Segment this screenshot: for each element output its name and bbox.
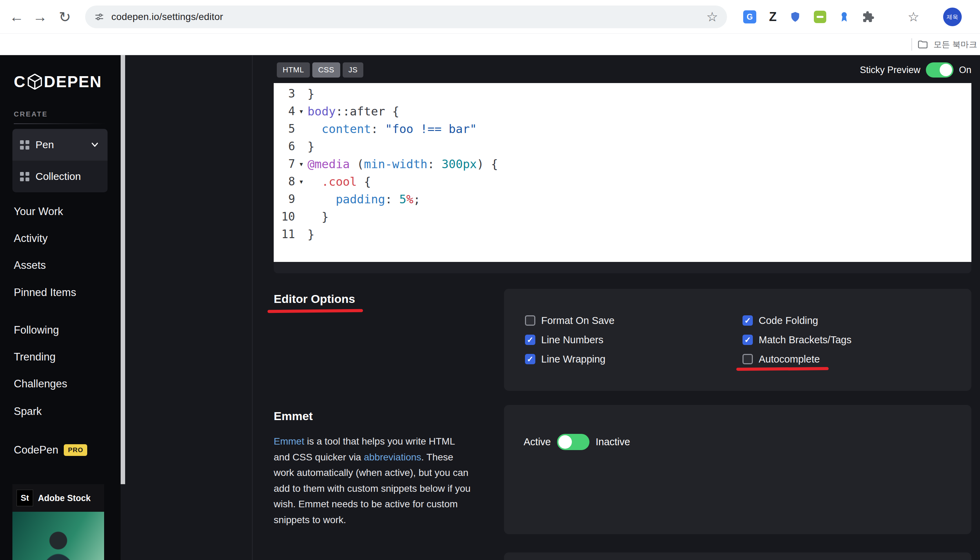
checkbox-label: Line Numbers xyxy=(541,334,603,346)
sticky-preview-state: On xyxy=(959,65,972,75)
editor-panel-footer xyxy=(274,262,972,273)
code-line: 11} xyxy=(274,225,972,243)
tab-css[interactable]: CSS xyxy=(312,62,340,78)
emmet-active-label: Active xyxy=(523,436,551,448)
profile-avatar[interactable]: 제욱 xyxy=(943,8,962,26)
reload-icon[interactable]: ↻ xyxy=(55,0,75,34)
create-collection-button[interactable]: Collection xyxy=(12,161,108,192)
code-content: 2 background: #eee; 3} 4▾body::after { 5… xyxy=(274,83,972,243)
css-code-editor[interactable]: 2 background: #eee; 3} 4▾body::after { 5… xyxy=(274,83,972,262)
next-settings-panel-edge xyxy=(504,552,972,560)
checkbox-box-icon[interactable] xyxy=(525,354,535,364)
collection-grid-icon xyxy=(20,172,29,181)
line-number: 10 xyxy=(274,210,295,223)
line-number: 8 xyxy=(274,175,295,188)
red-underline-annotation-editor-options xyxy=(267,309,363,313)
checkbox-line-wrapping[interactable]: Line Wrapping xyxy=(525,352,615,366)
code-line: 6} xyxy=(274,138,972,155)
abbreviations-link[interactable]: abbreviations xyxy=(364,452,421,462)
checkbox-match-brackets[interactable]: Match Brackets/Tags xyxy=(742,333,852,347)
shield-extension-icon[interactable] xyxy=(789,11,801,23)
toggle-knob xyxy=(558,435,572,449)
options-column-left: Format On Save Line Numbers Line Wrappin… xyxy=(525,313,615,366)
line-number: 11 xyxy=(274,227,295,241)
ribbon-extension-icon[interactable] xyxy=(839,11,849,23)
bookmarks-bar: 모든 북마크 xyxy=(0,34,980,55)
emmet-toggle[interactable] xyxy=(557,434,590,450)
checkbox-box-icon[interactable] xyxy=(525,315,535,326)
site-settings-icon[interactable] xyxy=(94,12,105,22)
checkbox-box-icon[interactable] xyxy=(525,335,535,345)
sidebar-item-your-work[interactable]: Your Work xyxy=(14,205,63,218)
sticky-preview-control: Sticky Preview On xyxy=(860,62,972,78)
fold-arrow-icon[interactable]: ▾ xyxy=(295,107,307,116)
editor-options-panel: Format On Save Line Numbers Line Wrappin… xyxy=(504,289,972,391)
emmet-inactive-label: Inactive xyxy=(596,436,630,448)
sidebar-item-assets[interactable]: Assets xyxy=(14,259,46,272)
sidebar-item-following[interactable]: Following xyxy=(14,324,59,336)
fold-arrow-icon[interactable]: ▾ xyxy=(295,159,307,169)
create-menu: Pen Collection xyxy=(12,129,108,192)
logo-text-suffix: DEPEN xyxy=(44,72,102,91)
checkbox-box-icon[interactable] xyxy=(742,354,753,364)
tab-js[interactable]: JS xyxy=(343,62,364,78)
checkbox-format-on-save[interactable]: Format On Save xyxy=(525,313,615,327)
sidebar-item-codepen-pro[interactable]: CodePen PRO xyxy=(14,444,87,456)
checkbox-label: Line Wrapping xyxy=(541,353,605,365)
extensions-row: G Z xyxy=(743,0,875,34)
collection-label: Collection xyxy=(35,171,81,182)
sidebar-scrollbar[interactable] xyxy=(121,55,125,484)
checkbox-line-numbers[interactable]: Line Numbers xyxy=(525,333,615,347)
sidebar-item-challenges[interactable]: Challenges xyxy=(14,378,67,390)
sidebar-item-activity[interactable]: Activity xyxy=(14,232,48,245)
fold-arrow-icon[interactable]: ▾ xyxy=(295,177,307,187)
address-bar[interactable]: codepen.io/settings/editor ☆ xyxy=(85,5,727,28)
line-number: 5 xyxy=(274,122,295,135)
ad-photo xyxy=(12,512,104,560)
all-bookmarks-label: 모든 북마크 xyxy=(933,39,977,50)
tab-html[interactable]: HTML xyxy=(277,62,310,78)
emmet-description: Emmet is a tool that helps you write HTM… xyxy=(274,433,473,528)
create-pen-button[interactable]: Pen xyxy=(12,129,108,161)
editor-tabs: HTML CSS JS xyxy=(277,62,363,78)
checkbox-label: Code Folding xyxy=(759,315,818,327)
emmet-toggle-row: Active Inactive xyxy=(523,434,630,450)
adobe-stock-ad[interactable]: St Adobe Stock xyxy=(12,484,104,560)
z-extension-icon[interactable]: Z xyxy=(769,10,777,24)
sidebar-item-pinned-items[interactable]: Pinned Items xyxy=(14,287,76,299)
ad-brand-label: Adobe Stock xyxy=(38,493,91,503)
translate-extension-icon[interactable]: G xyxy=(743,10,756,23)
codepen-logo[interactable]: C DEPEN xyxy=(14,72,102,91)
toggle-knob xyxy=(940,64,952,76)
code-line: 8▾ .cool { xyxy=(274,173,972,190)
sidebar-item-spark[interactable]: Spark xyxy=(14,405,42,418)
checkbox-label: Match Brackets/Tags xyxy=(759,334,852,346)
back-icon[interactable]: ← xyxy=(6,0,27,34)
line-number: 4 xyxy=(274,104,295,118)
pen-grid-icon xyxy=(20,140,29,150)
bookmark-star-icon[interactable]: ☆ xyxy=(706,9,718,25)
forward-icon[interactable]: → xyxy=(30,0,50,34)
options-column-right: Code Folding Match Brackets/Tags Autocom… xyxy=(742,313,852,366)
bookmarks-list-star-icon[interactable]: ☆ xyxy=(904,0,923,34)
checkbox-box-icon[interactable] xyxy=(742,335,753,345)
checkbox-code-folding[interactable]: Code Folding xyxy=(742,313,852,327)
sidebar-item-trending[interactable]: Trending xyxy=(14,351,55,363)
folder-icon xyxy=(918,40,928,49)
extensions-puzzle-icon[interactable] xyxy=(862,11,875,23)
screen: ← → ↻ codepen.io/settings/editor ☆ G Z ☆ xyxy=(0,0,980,560)
chevron-down-icon[interactable] xyxy=(90,140,100,149)
checkbox-label: Autocomplete xyxy=(759,353,820,365)
pro-badge: PRO xyxy=(64,444,87,456)
green-extension-icon[interactable] xyxy=(814,11,826,23)
line-number: 9 xyxy=(274,192,295,206)
sticky-preview-toggle[interactable] xyxy=(926,62,953,78)
checkbox-autocomplete[interactable]: Autocomplete xyxy=(742,352,852,366)
all-bookmarks-button[interactable]: 모든 북마크 xyxy=(912,34,977,55)
emmet-link[interactable]: Emmet xyxy=(274,436,304,447)
codepen-pro-label: CodePen xyxy=(14,444,58,456)
emmet-panel: Active Inactive xyxy=(504,405,972,534)
code-line: 10 } xyxy=(274,208,972,225)
line-number: 3 xyxy=(274,87,295,100)
checkbox-box-icon[interactable] xyxy=(742,315,753,326)
